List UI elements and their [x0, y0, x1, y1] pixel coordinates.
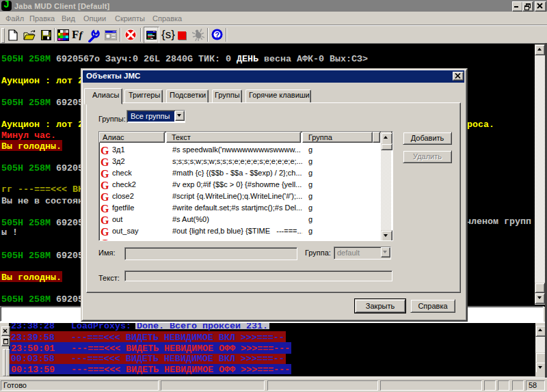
svg-text:?: ? [215, 31, 219, 39]
